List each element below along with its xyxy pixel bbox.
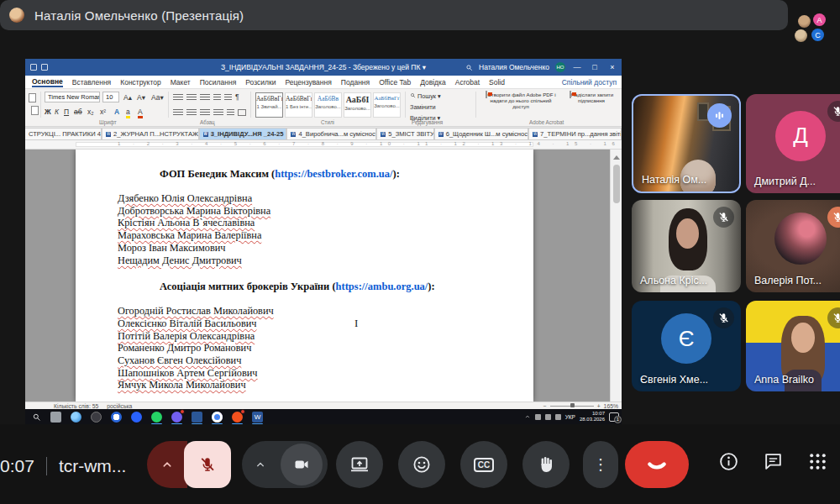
- style-heading2[interactable]: АаБбІЗаголово...: [344, 92, 371, 118]
- tab-review[interactable]: Рецензування: [285, 78, 331, 87]
- save-app-icon[interactable]: [192, 412, 202, 423]
- participant-tile-valeria[interactable]: Валерія Пот...: [746, 200, 840, 292]
- document-page[interactable]: ФОП Бенедик Максим (https://bestbroker.c…: [76, 150, 533, 402]
- paste-button[interactable]: [29, 93, 36, 102]
- mic-muted-button[interactable]: [184, 441, 231, 488]
- mic-options-chevron-icon[interactable]: [147, 441, 187, 488]
- captions-button[interactable]: CC: [460, 441, 507, 488]
- chat-icon[interactable]: [763, 451, 784, 472]
- zoom-in-icon[interactable]: +: [597, 403, 601, 409]
- tray-icon[interactable]: [545, 414, 551, 420]
- vertical-scrollbar[interactable]: [610, 150, 622, 402]
- text-effects-icon[interactable]: А: [114, 108, 119, 116]
- grow-font-icon[interactable]: А▴: [123, 93, 132, 102]
- zoom-level[interactable]: 165%: [604, 403, 618, 409]
- tab-office-tab[interactable]: Office Tab: [379, 78, 411, 87]
- tab-home[interactable]: Основне: [32, 77, 63, 87]
- doc-link-ambu[interactable]: https://ambu.org.ua/: [336, 281, 428, 292]
- activities-grid-icon[interactable]: [807, 451, 828, 472]
- leave-call-button[interactable]: [625, 441, 689, 488]
- participants-overflow-avatars[interactable]: A C: [793, 13, 837, 50]
- doc-tab-2[interactable]: W2_ЖУРНАЛ П...НСТРУКТАЖУ: [102, 128, 199, 139]
- app-icon[interactable]: [111, 412, 122, 423]
- doc-tab-7[interactable]: W7_ТЕРМІНИ пр...дання звітів: [528, 128, 622, 139]
- increase-indent-icon[interactable]: [224, 94, 232, 101]
- doc-tab-6[interactable]: W6_Щоденник Ш...м сумісності: [434, 128, 528, 139]
- tab-help[interactable]: Довідка: [420, 78, 446, 87]
- maximize-button[interactable]: □: [589, 63, 601, 71]
- tab-layout[interactable]: Макет: [171, 78, 191, 87]
- participant-tile-anna[interactable]: Anna Brailko: [746, 301, 840, 391]
- justify-icon[interactable]: [213, 109, 223, 116]
- save-icon[interactable]: [30, 64, 37, 71]
- scrollbar-thumb[interactable]: [613, 165, 620, 203]
- font-size-select[interactable]: 10: [102, 92, 119, 102]
- keyboard-language[interactable]: УКР: [565, 414, 575, 420]
- create-pdf-button[interactable]: Створити файл Adobe PDF і надати до ньог…: [482, 92, 559, 109]
- style-heading1[interactable]: АаБбВвЗаголово...: [314, 92, 342, 118]
- system-tray[interactable]: УКР 10:0728.03.2026: [524, 409, 619, 424]
- ruler[interactable]: 1 · 2 · 3 · 4 · 5 · 6 · 7 · 8 · 9 · 10 ·…: [25, 140, 622, 150]
- line-spacing-icon[interactable]: [227, 109, 234, 116]
- align-left-icon[interactable]: [173, 109, 183, 116]
- quick-access-toolbar[interactable]: [30, 64, 48, 71]
- search-icon[interactable]: [465, 64, 473, 71]
- app-icon[interactable]: [131, 412, 142, 423]
- windows-search-icon[interactable]: [32, 412, 41, 422]
- tab-acrobat[interactable]: Acrobat: [455, 78, 480, 87]
- account-name[interactable]: Наталия Омельченко: [479, 63, 549, 71]
- find-button[interactable]: Пошук ▾: [410, 92, 441, 100]
- zoom-out-icon[interactable]: −: [543, 403, 547, 409]
- tab-mailings[interactable]: Розсилки: [245, 78, 276, 87]
- camera-control[interactable]: [242, 441, 328, 488]
- mic-control[interactable]: [147, 441, 231, 488]
- copy-button[interactable]: [31, 106, 39, 115]
- task-view-icon[interactable]: [50, 412, 61, 423]
- language-indicator[interactable]: російська: [107, 403, 132, 409]
- doc-tab-5[interactable]: W5_ЗМІСТ ЗВІТУ: [376, 128, 433, 139]
- share-button[interactable]: Спільний доступ: [562, 78, 617, 87]
- numbering-icon[interactable]: [186, 94, 197, 101]
- change-case-icon[interactable]: Аа▾: [151, 93, 164, 102]
- tab-insert[interactable]: Вставлення: [72, 78, 111, 87]
- highlight-color-icon[interactable]: а: [126, 108, 130, 118]
- close-button[interactable]: ×: [606, 63, 618, 71]
- tab-design[interactable]: Конструктор: [120, 78, 160, 87]
- style-normal[interactable]: АаБбВвГг1 Звичай...: [255, 92, 283, 118]
- align-center-icon[interactable]: [186, 109, 197, 116]
- zoom-slider[interactable]: [550, 406, 594, 407]
- tab-view[interactable]: Подання: [341, 78, 370, 87]
- obs-icon[interactable]: [91, 412, 102, 423]
- style-no-spacing[interactable]: АаБбВвГг1 Без інте...: [285, 92, 312, 118]
- participant-tile-yevheniia[interactable]: Є Євгенія Хме...: [632, 301, 741, 391]
- font-color-icon[interactable]: А: [138, 108, 143, 118]
- minimize-button[interactable]: —: [571, 63, 583, 71]
- whatsapp-icon[interactable]: [151, 412, 162, 423]
- participant-tile-natalia[interactable]: Наталія Ом...: [632, 94, 741, 193]
- tray-icon[interactable]: [535, 414, 541, 420]
- font-name-select[interactable]: Times New Roman: [45, 92, 100, 102]
- borders-icon[interactable]: [238, 109, 246, 116]
- decrease-indent-icon[interactable]: [213, 94, 221, 101]
- meeting-details-icon[interactable]: [718, 451, 739, 472]
- underline-button[interactable]: П: [64, 108, 69, 116]
- align-right-icon[interactable]: [200, 109, 210, 116]
- reactions-button[interactable]: [398, 441, 445, 488]
- doc-tab-4[interactable]: W4_Виробнича...м сумісності: [286, 128, 376, 139]
- subscript-button[interactable]: x₂: [87, 108, 94, 116]
- bullets-icon[interactable]: [173, 94, 183, 101]
- shrink-font-icon[interactable]: А▾: [137, 93, 145, 102]
- raise-hand-button[interactable]: [522, 441, 570, 488]
- camera-options-chevron-icon[interactable]: [242, 458, 279, 471]
- word-count[interactable]: Кількість слів: 55: [54, 403, 98, 409]
- tray-expand-icon[interactable]: [524, 413, 531, 420]
- more-options-button[interactable]: ⋮: [583, 441, 618, 488]
- tab-references[interactable]: Посилання: [200, 78, 237, 87]
- viber-icon[interactable]: [171, 412, 182, 423]
- participant-tile-alona[interactable]: Альона Кріс...: [632, 200, 741, 292]
- chrome-icon[interactable]: [212, 412, 223, 423]
- doc-link-bestbroker[interactable]: https://bestbroker.com.ua/: [275, 168, 392, 180]
- scroll-up-icon[interactable]: [613, 152, 620, 160]
- word-app-icon[interactable]: W: [252, 412, 263, 423]
- italic-button[interactable]: К: [55, 108, 59, 116]
